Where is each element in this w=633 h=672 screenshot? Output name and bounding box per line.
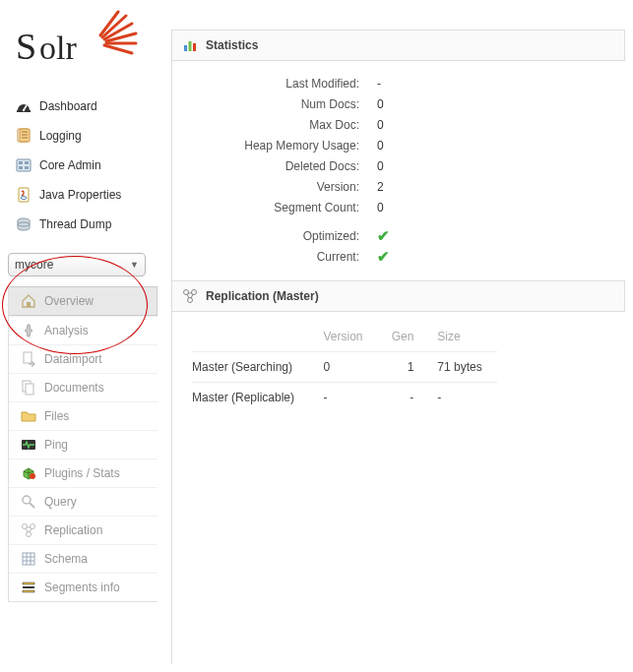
core-nav-label: Plugins / Stats (44, 466, 120, 480)
svg-point-29 (27, 532, 32, 537)
query-icon (21, 494, 36, 510)
stat-label: Last Modified: (182, 77, 359, 91)
replication-table: Version Gen Size Master (Searching) 0 1 … (192, 326, 497, 412)
core-nav-label: Overview (44, 294, 94, 308)
stat-label: Segment Count: (182, 201, 359, 214)
svg-line-31 (26, 528, 28, 532)
ping-icon (21, 437, 36, 453)
stat-value: 0 (359, 159, 384, 173)
svg-point-48 (188, 298, 193, 303)
core-nav-label: Ping (44, 438, 68, 452)
nav-label: Logging (39, 129, 82, 143)
row-label: Master (Searching) (192, 352, 311, 383)
stat-label: Num Docs: (182, 97, 359, 111)
row-version: - (311, 383, 377, 413)
col-size: Size (425, 326, 497, 352)
stat-value: 0 (359, 201, 384, 214)
analysis-icon (21, 323, 36, 338)
core-nav-label: Schema (44, 552, 88, 566)
col-version: Version (311, 326, 377, 352)
core-nav-ping[interactable]: Ping (9, 430, 158, 458)
core-nav-query[interactable]: Query (9, 487, 158, 516)
core-nav-label: Segments info (44, 580, 120, 594)
core-selector[interactable]: mycore ▼ (8, 253, 146, 276)
core-nav-documents[interactable]: Documents (9, 373, 158, 401)
stat-label: Current: (182, 250, 359, 264)
files-icon (21, 408, 36, 424)
row-size: 71 bytes (425, 352, 497, 383)
nav-label: Core Admin (39, 158, 101, 172)
stat-label: Optimized: (182, 229, 359, 243)
stat-label: Heap Memory Usage: (182, 139, 359, 153)
stat-value: 0 (359, 139, 384, 153)
stat-value: 0 (359, 97, 384, 111)
core-nav-segments[interactable]: Segments info (9, 573, 158, 601)
dashboard-icon (16, 98, 32, 114)
core-nav-overview[interactable]: Overview (9, 286, 158, 316)
svg-point-25 (23, 496, 31, 504)
plugins-icon (21, 465, 36, 481)
main-nav: Dashboard Logging Core Admin Java Proper… (8, 92, 158, 239)
core-nav-plugins[interactable]: Plugins / Stats (9, 458, 158, 487)
svg-point-4 (23, 109, 25, 111)
stat-label: Max Doc: (182, 118, 359, 132)
row-label: Master (Replicable) (192, 383, 311, 413)
core-nav-label: Analysis (44, 324, 89, 337)
replication-icon (21, 522, 36, 538)
replication-body: Version Gen Size Master (Searching) 0 1 … (172, 312, 625, 426)
stat-label: Deleted Docs: (182, 159, 359, 173)
svg-text:olr: olr (39, 30, 77, 66)
stat-value: 0 (359, 118, 384, 132)
statistics-icon (182, 37, 198, 53)
svg-point-27 (23, 524, 28, 529)
schema-icon (21, 551, 36, 567)
chevron-down-icon: ▼ (130, 260, 139, 270)
core-nav-label: Documents (44, 381, 104, 395)
svg-point-46 (184, 290, 189, 295)
nav-javaprops[interactable]: Java Properties (8, 180, 158, 210)
nav-label: Thread Dump (39, 217, 111, 231)
svg-rect-20 (24, 352, 32, 363)
overview-icon (21, 293, 36, 309)
svg-rect-38 (23, 582, 34, 584)
statistics-header: Statistics (172, 30, 625, 61)
core-nav-label: Files (44, 409, 69, 423)
table-row: Master (Replicable) - - - (192, 383, 497, 413)
svg-rect-13 (19, 166, 23, 169)
core-selected-label: mycore (15, 258, 53, 272)
nav-dashboard[interactable]: Dashboard (8, 92, 158, 121)
svg-line-50 (187, 294, 189, 298)
dataimport-icon (21, 351, 36, 367)
nav-threaddump[interactable]: Thread Dump (8, 210, 158, 239)
svg-rect-22 (26, 384, 33, 395)
stat-value: 2 (359, 180, 384, 194)
core-nav-replication[interactable]: Replication (9, 516, 158, 544)
col-blank (192, 326, 311, 352)
core-nav-dataimport[interactable]: Dataimport (9, 344, 158, 373)
svg-line-32 (30, 528, 32, 532)
check-icon: ✔ (359, 227, 390, 245)
core-nav-schema[interactable]: Schema (9, 544, 158, 573)
nav-label: Java Properties (39, 188, 121, 202)
core-nav-label: Dataimport (44, 352, 102, 366)
nav-logging[interactable]: Logging (8, 121, 158, 151)
replication-header: Replication (Master) (172, 280, 625, 312)
col-gen: Gen (377, 326, 425, 352)
core-nav-files[interactable]: Files (9, 401, 158, 430)
svg-text:S: S (16, 26, 36, 67)
statistics-body: Last Modified:- Num Docs:0 Max Doc:0 Hea… (172, 61, 625, 280)
svg-point-47 (192, 290, 197, 295)
svg-rect-44 (189, 41, 192, 51)
nav-coreadmin[interactable]: Core Admin (8, 151, 158, 180)
svg-point-28 (31, 524, 35, 529)
stat-value: - (359, 77, 381, 91)
core-nav: Overview Analysis Dataimport Documents F… (8, 286, 158, 602)
segments-icon (21, 580, 36, 595)
replication-icon (182, 288, 198, 304)
svg-line-26 (30, 503, 34, 508)
svg-line-51 (191, 294, 193, 298)
svg-rect-19 (27, 302, 31, 307)
svg-rect-14 (25, 166, 29, 169)
logging-icon (16, 128, 32, 144)
core-nav-analysis[interactable]: Analysis (9, 316, 158, 344)
